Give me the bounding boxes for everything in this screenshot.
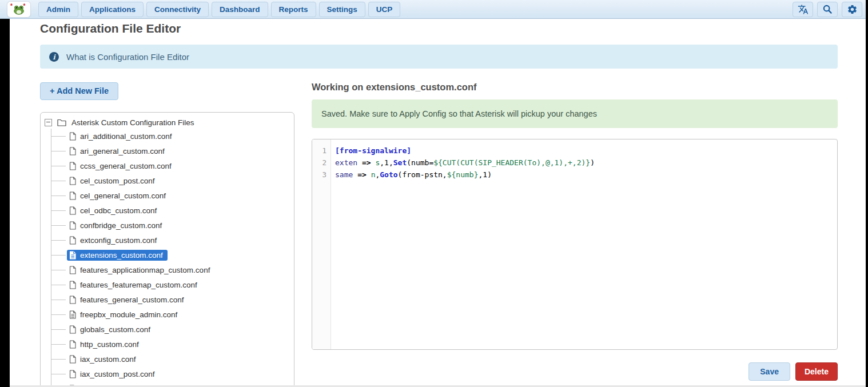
tree-connector-line xyxy=(51,270,66,270)
code-line[interactable]: [from-signalwire] xyxy=(335,145,833,157)
delete-button[interactable]: Delete xyxy=(795,362,838,381)
tree-connector-line xyxy=(51,314,66,315)
tree-connector-line xyxy=(51,344,66,345)
tree-item-label: iax_custom.conf xyxy=(80,355,136,364)
search-icon xyxy=(822,4,833,14)
freepbx-logo[interactable]: * * xyxy=(7,2,30,17)
nav-icon-buttons xyxy=(789,2,862,17)
tree-item-http_custom.conf[interactable]: http_custom.conf xyxy=(41,337,294,352)
nav-item-admin[interactable]: Admin xyxy=(38,2,78,17)
tree-connector-line xyxy=(51,181,66,181)
editor-actions: Save Delete xyxy=(312,362,838,381)
tree-item-label: features_featuremap_custom.conf xyxy=(80,281,197,289)
document-icon xyxy=(69,191,76,200)
tree-item-ari_additional_custom.conf[interactable]: ari_additional_custom.conf xyxy=(41,129,294,143)
tree-connector-line xyxy=(51,196,66,196)
document-icon xyxy=(69,325,76,334)
tree-item-extensions_custom.conf[interactable]: extensions_custom.conf xyxy=(41,248,294,262)
frog-logo-icon: * * xyxy=(10,3,27,15)
info-icon: i xyxy=(49,52,59,62)
document-icon xyxy=(69,266,76,274)
tree-item-ccss_general_custom.conf[interactable]: ccss_general_custom.conf xyxy=(41,158,294,173)
save-button[interactable]: Save xyxy=(748,362,790,381)
tree-item-features_general_custom.conf[interactable]: features_general_custom.conf xyxy=(41,292,294,307)
tree-connector-line xyxy=(51,210,66,211)
gutter: 123 xyxy=(312,139,331,349)
tree-root-label: Asterisk Custom Configuration Files xyxy=(71,118,194,127)
tree-item-label: extconfig_custom.conf xyxy=(80,236,157,245)
tree-item-label: ccss_general_custom.conf xyxy=(80,162,172,170)
tree-item-cel_general_custom.conf[interactable]: cel_general_custom.conf xyxy=(41,188,294,203)
tree-item-features_applicationmap_custom.conf[interactable]: features_applicationmap_custom.conf xyxy=(41,262,294,277)
folder-icon xyxy=(57,119,66,126)
document-icon xyxy=(69,132,76,141)
line-number: 3 xyxy=(312,169,331,181)
save-status-banner: Saved. Make sure to Apply Config so that… xyxy=(312,99,838,128)
nav-item-dashboard[interactable]: Dashboard xyxy=(212,2,268,17)
translate-button[interactable] xyxy=(793,2,813,17)
tree-root-node[interactable]: Asterisk Custom Configuration Files xyxy=(41,116,294,129)
document-icon xyxy=(69,281,76,289)
right-black-strip xyxy=(866,0,868,387)
file-tree: Asterisk Custom Configuration Files ari_… xyxy=(41,116,294,387)
tree-item-freepbx_module_admin.conf[interactable]: freepbx_module_admin.conf xyxy=(41,307,294,322)
tree-connector-line xyxy=(51,255,66,256)
document-icon xyxy=(69,177,76,185)
nav-item-connectivity[interactable]: Connectivity xyxy=(146,2,209,17)
svg-text:*: * xyxy=(23,3,26,9)
tree-item-label: freepbx_module_admin.conf xyxy=(80,310,177,319)
tree-item-cel_odbc_custom.conf[interactable]: cel_odbc_custom.conf xyxy=(41,203,294,218)
code-line[interactable]: same => n,Goto(from-pstn,${numb},1) xyxy=(335,169,833,181)
code-line[interactable]: exten => s,1,Set(numb=${CUT(CUT(SIP_HEAD… xyxy=(335,157,833,169)
nav-items: AdminApplicationsConnectivityDashboardRe… xyxy=(38,2,400,17)
tree-item-features_featuremap_custom.conf[interactable]: features_featuremap_custom.conf xyxy=(41,277,294,292)
tree-item-label: confbridge_custom.conf xyxy=(80,221,162,230)
tree-connector-line xyxy=(51,300,66,300)
translate-icon xyxy=(798,4,809,15)
tree-item-ari_general_custom.conf[interactable]: ari_general_custom.conf xyxy=(41,143,294,158)
svg-text:*: * xyxy=(10,3,13,9)
code-editor[interactable]: 123 [from-signalwire]exten => s,1,Set(nu… xyxy=(312,139,838,350)
line-number: 1 xyxy=(312,145,331,157)
document-icon xyxy=(69,355,76,364)
tree-items: ari_additional_custom.confari_general_cu… xyxy=(41,129,294,387)
left-black-strip xyxy=(0,19,10,387)
document-icon xyxy=(69,221,76,230)
tree-connector-line xyxy=(51,151,66,151)
add-new-file-button[interactable]: + Add New File xyxy=(40,82,118,100)
document-icon xyxy=(69,206,76,215)
info-banner[interactable]: i What is Configuration File Editor xyxy=(40,45,838,69)
document-icon xyxy=(69,162,76,170)
document-icon xyxy=(69,370,76,378)
working-on-heading: Working on extensions_custom.conf xyxy=(312,82,476,93)
freepbx-config-file-editor-screen: * * AdminApplicationsConnectivityDashboa… xyxy=(0,0,868,387)
tree-item-label: ari_additional_custom.conf xyxy=(80,132,172,141)
tree-item-cel_custom_post.conf[interactable]: cel_custom_post.conf xyxy=(41,173,294,188)
gear-button[interactable] xyxy=(842,2,862,17)
tree-item-confbridge_custom.conf[interactable]: confbridge_custom.conf xyxy=(41,218,294,233)
info-banner-text: What is Configuration File Editor xyxy=(66,52,189,62)
tree-connector-line xyxy=(51,285,66,285)
tree-item-label: features_general_custom.conf xyxy=(80,296,184,304)
line-number: 2 xyxy=(312,157,331,169)
tree-item-label: iax_custom_post.conf xyxy=(80,370,155,378)
search-button[interactable] xyxy=(817,2,838,17)
nav-item-reports[interactable]: Reports xyxy=(271,2,316,17)
nav-item-ucp[interactable]: UCP xyxy=(368,2,401,17)
tree-item-label: http_custom.conf xyxy=(80,340,139,349)
collapse-icon[interactable] xyxy=(45,119,52,126)
tree-item-iax_custom_post.conf[interactable]: iax_custom_post.conf xyxy=(41,366,294,381)
tree-item-label: cel_odbc_custom.conf xyxy=(80,206,157,215)
tree-item-extconfig_custom.conf[interactable]: extconfig_custom.conf xyxy=(41,233,294,248)
page-title: Configuration File Editor xyxy=(40,22,181,35)
document-icon xyxy=(69,236,76,245)
tree-item-globals_custom.conf[interactable]: globals_custom.conf xyxy=(41,322,294,337)
nav-item-settings[interactable]: Settings xyxy=(319,2,365,17)
tree-item-label: cel_general_custom.conf xyxy=(80,191,166,200)
code-lines[interactable]: [from-signalwire]exten => s,1,Set(numb=$… xyxy=(331,139,837,349)
document-icon xyxy=(69,147,76,155)
file-tree-panel: Asterisk Custom Configuration Files ari_… xyxy=(40,112,294,387)
tree-item-iax_custom.conf[interactable]: iax_custom.conf xyxy=(41,352,294,366)
nav-item-applications[interactable]: Applications xyxy=(81,2,144,17)
top-navbar: * * AdminApplicationsConnectivityDashboa… xyxy=(0,0,868,19)
